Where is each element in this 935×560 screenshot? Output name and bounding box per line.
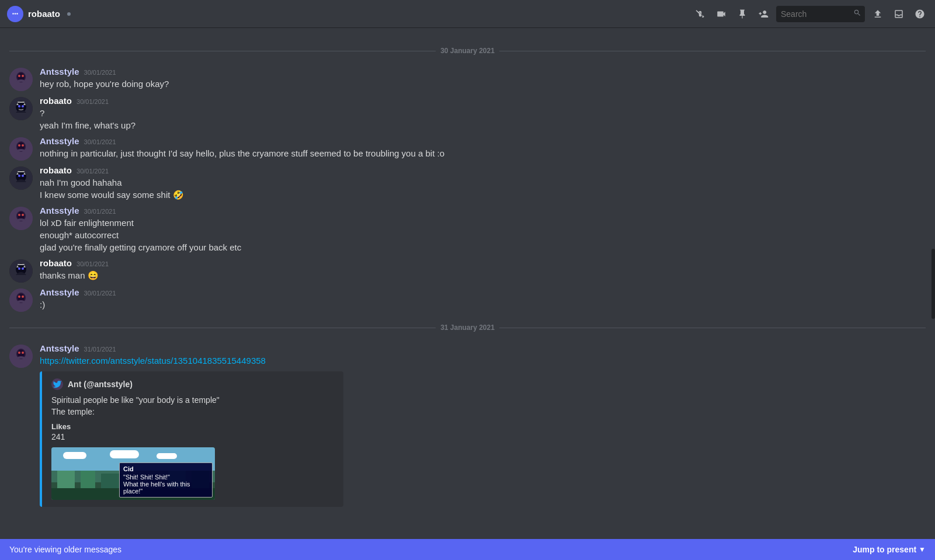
svg-point-27 xyxy=(22,214,24,216)
scrollbar-thumb[interactable] xyxy=(931,249,935,319)
date-divider-text-jan30: 30 January 2021 xyxy=(440,47,495,55)
message-username-2: robaato xyxy=(40,96,72,106)
svg-point-41 xyxy=(18,352,20,354)
messages-area: 30 January 2021 Antsstyle 30/01/2021 hey… xyxy=(0,28,935,539)
svg-rect-46 xyxy=(81,468,95,488)
message-header-8: Antsstyle 31/01/2021 xyxy=(40,343,926,353)
bottom-notification: You're viewing older messages Jump to pr… xyxy=(0,539,935,560)
embed-field-value: 241 xyxy=(51,432,334,441)
message-header-1: Antsstyle 30/01/2021 xyxy=(40,67,926,76)
message-header-4: robaato 30/01/2021 xyxy=(40,165,926,175)
message-username-1: Antsstyle xyxy=(40,67,79,76)
message-content-4: robaato 30/01/2021 nah I'm good hahaha I… xyxy=(40,165,926,201)
avatar-antsstyle-4 xyxy=(9,288,33,312)
message-header-3: Antsstyle 30/01/2021 xyxy=(40,136,926,146)
channel-username: robaato xyxy=(28,9,60,19)
search-container xyxy=(776,6,865,22)
message-text-3: nothing in particular, just thought I'd … xyxy=(40,147,926,159)
svg-point-1 xyxy=(15,13,16,14)
avatar-robaato-2 xyxy=(9,166,33,190)
message-username-5: Antsstyle xyxy=(40,206,79,215)
message-username-7: Antsstyle xyxy=(40,287,79,297)
message-group-7: Antsstyle 30/01/2021 :) xyxy=(0,285,935,314)
search-input[interactable] xyxy=(776,6,865,22)
video-icon[interactable] xyxy=(713,6,729,22)
embed-tweet: Ant (@antsstyle) Spiritual people be lik… xyxy=(40,371,343,507)
embed-image: Cid "Shit! Shit! Shit!" What the hell's … xyxy=(51,447,215,500)
older-messages-notice: You're viewing older messages xyxy=(9,545,121,554)
message-group-6: robaato 30/01/2021 thanks man 😄 xyxy=(0,256,935,285)
avatar-robaato-3 xyxy=(9,259,33,283)
jump-arrow-icon: ▼ xyxy=(919,545,926,554)
inbox-icon[interactable] xyxy=(891,6,907,22)
message-username-3: Antsstyle xyxy=(40,136,79,146)
message-timestamp-4: 30/01/2021 xyxy=(77,168,109,175)
divider-line-left-jan31 xyxy=(9,328,436,328)
header-left: robaato xyxy=(7,6,71,22)
voice-mute-icon[interactable] xyxy=(692,6,708,22)
message-timestamp-8: 31/01/2021 xyxy=(84,346,116,353)
message-text-4b: I knew some would say some shit 🤣 xyxy=(40,189,926,201)
dm-channel-icon xyxy=(7,6,23,22)
message-content-5: Antsstyle 30/01/2021 lol xD fair enlight… xyxy=(40,206,926,253)
message-link-8: https://twitter.com/antsstyle/status/135… xyxy=(40,354,926,367)
pin-icon[interactable] xyxy=(734,6,750,22)
message-group-1: Antsstyle 30/01/2021 hey rob, hope you'r… xyxy=(0,64,935,93)
message-username-4: robaato xyxy=(40,165,72,175)
divider-line-right xyxy=(499,51,926,51)
date-divider-jan31: 31 January 2021 xyxy=(9,324,926,332)
message-content-8: Antsstyle 31/01/2021 https://twitter.com… xyxy=(40,343,926,507)
message-username-8: Antsstyle xyxy=(40,343,79,353)
message-group-2: robaato 30/01/2021 ? yeah I'm fine, what… xyxy=(0,93,935,134)
twitter-link[interactable]: https://twitter.com/antsstyle/status/135… xyxy=(40,356,266,366)
svg-point-2 xyxy=(16,13,18,14)
download-icon[interactable] xyxy=(870,6,886,22)
embed-author-name: Ant (@antsstyle) xyxy=(68,380,133,389)
svg-point-21 xyxy=(18,175,20,177)
svg-rect-55 xyxy=(157,453,177,459)
message-text-4a: nah I'm good hahaha xyxy=(40,176,926,189)
svg-point-31 xyxy=(18,267,20,270)
jump-to-present-button[interactable]: Jump to present ▼ xyxy=(853,545,926,554)
svg-point-42 xyxy=(22,352,24,354)
svg-point-22 xyxy=(22,175,24,177)
svg-point-32 xyxy=(22,267,24,270)
embed-image-dialog-1: "Shit! Shit! Shit!" xyxy=(123,474,208,481)
svg-point-36 xyxy=(18,295,20,298)
svg-rect-53 xyxy=(63,452,86,459)
date-divider-jan30: 30 January 2021 xyxy=(9,47,926,55)
avatar-antsstyle-1 xyxy=(9,68,33,91)
message-text-5c: glad you're finally getting cryamore off… xyxy=(40,241,926,253)
svg-point-17 xyxy=(22,144,24,147)
svg-point-0 xyxy=(12,13,13,14)
message-timestamp-7: 30/01/2021 xyxy=(84,290,116,297)
avatar-antsstyle-3 xyxy=(9,207,33,230)
message-group-8: Antsstyle 31/01/2021 https://twitter.com… xyxy=(0,341,935,509)
embed-author-icon xyxy=(51,378,63,390)
embed-image-dialog-2: What the hell's with this place!" xyxy=(123,481,208,495)
message-text-5b: enough* autocorrect xyxy=(40,229,926,241)
message-timestamp-5: 30/01/2021 xyxy=(84,208,116,215)
message-content-7: Antsstyle 30/01/2021 :) xyxy=(40,287,926,312)
message-content-3: Antsstyle 30/01/2021 nothing in particul… xyxy=(40,136,926,161)
message-text-2a: ? xyxy=(40,107,926,119)
help-icon[interactable] xyxy=(912,6,928,22)
svg-point-6 xyxy=(18,75,20,77)
embed-author: Ant (@antsstyle) xyxy=(51,378,334,390)
message-timestamp-2: 30/01/2021 xyxy=(77,98,109,105)
add-friend-icon[interactable] xyxy=(755,6,771,22)
svg-rect-30 xyxy=(18,264,25,265)
avatar-antsstyle-5 xyxy=(9,345,33,368)
embed-field-name: Likes xyxy=(51,422,334,431)
embed-image-char: Cid xyxy=(123,465,208,472)
status-dot xyxy=(67,12,71,16)
svg-point-7 xyxy=(22,75,24,77)
avatar-robaato-1 xyxy=(9,97,33,120)
svg-point-37 xyxy=(22,295,24,298)
message-header-2: robaato 30/01/2021 xyxy=(40,96,926,106)
svg-rect-20 xyxy=(18,171,25,172)
avatar-antsstyle-2 xyxy=(9,137,33,161)
message-username-6: robaato xyxy=(40,258,72,268)
svg-point-11 xyxy=(18,105,20,107)
svg-rect-54 xyxy=(110,450,139,458)
